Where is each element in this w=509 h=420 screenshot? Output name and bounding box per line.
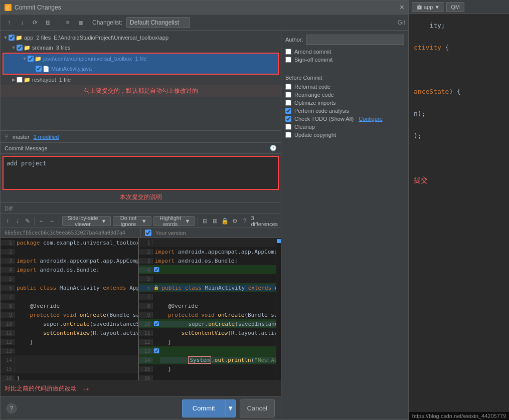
right-line-9: 9 protected void onCreate(Bundle savedIn… (139, 310, 276, 319)
check-todo-checkbox[interactable] (285, 116, 291, 122)
modified-badge[interactable]: 1 modified (34, 134, 59, 140)
viewer-dropdown[interactable]: Side-by-side viewer ▼ (62, 216, 111, 226)
optimize-imports-checkbox[interactable] (285, 100, 291, 106)
signoff-commit-row: Sign-off commit (285, 57, 404, 63)
commit-message-section: Commit Message 🕐 add project 本次提交的说明 (1, 143, 281, 203)
collapse-button[interactable]: ≡ (62, 17, 73, 28)
tree-label-mainactivity: MainActivity.java (51, 66, 92, 72)
amend-commit-checkbox[interactable] (285, 49, 291, 55)
signoff-commit-checkbox[interactable] (285, 57, 291, 63)
diff-down-button[interactable]: ↓ (14, 216, 22, 227)
perform-code-analysis-row: Perform code analysis (285, 108, 404, 114)
right-line-1: 1 (139, 238, 276, 247)
move-down-button[interactable]: ↓ (17, 17, 28, 28)
tree-annotation: 勾上要提交的，默认都是自动勾上修改过的 (1, 85, 281, 97)
right-line-13: 13 (139, 346, 276, 355)
right-line-6: 6 🔒 public class MainActivity extends Ap… (139, 283, 276, 292)
left-line-5: 5 (1, 274, 138, 283)
app-bar: 🤖 app ▼ QM (409, 0, 509, 14)
viewer-label: Side-by-side viewer (67, 215, 99, 227)
amend-commit-row: Amend commit (285, 49, 404, 55)
tree-item-app[interactable]: ▼ 📁 app 2 files E:\AndroidStudioProject\… (1, 33, 281, 43)
left-line-7: 7 (1, 292, 138, 301)
right-line4-checkbox[interactable] (154, 267, 159, 272)
diff-columns-button[interactable]: ⊟ (201, 216, 209, 227)
highlight-dropdown[interactable]: Highlight words ▼ (153, 216, 195, 226)
commit-button[interactable]: Commit (182, 399, 226, 417)
diff-help-button[interactable]: ? (241, 216, 249, 227)
expand-button[interactable]: ≣ (75, 17, 86, 28)
branch-icon: ⑂ (5, 133, 9, 140)
folder-icon-java: 📁 (35, 55, 42, 62)
diff-left-button[interactable]: ← (38, 216, 46, 227)
right-line-16: 16 (139, 373, 276, 380)
configure-link[interactable]: Configure (359, 116, 383, 122)
right-col-checkbox[interactable] (145, 230, 151, 236)
diff-sep1 (34, 217, 35, 225)
cancel-button[interactable]: Cancel (240, 399, 275, 417)
right-line10-checkbox[interactable] (154, 321, 159, 326)
right-deco-panel: ity; ctivity { anceState) { n); ); 提交 🤖 … (409, 0, 509, 420)
refresh-button[interactable]: ⟳ (30, 17, 41, 28)
checkbox-app[interactable] (9, 35, 15, 41)
diff-header: Diff (1, 203, 281, 214)
commit-message-textarea[interactable]: add project (3, 156, 279, 190)
diff-right-button[interactable]: → (48, 216, 56, 227)
tree-item-mainactivity[interactable]: 📄 MainActivity.java (4, 64, 278, 74)
left-line-3: 3import androidx.appcompat.app.AppCompat… (1, 256, 138, 265)
rearrange-code-label: Rearrange code (294, 92, 334, 98)
right-line-14: 14 System.out.println("New Add Project")… (139, 355, 276, 364)
checkbox-src[interactable] (17, 45, 23, 51)
reformat-code-checkbox[interactable] (285, 84, 291, 90)
highlight-label: Highlight words (158, 215, 183, 227)
diff-edit-button[interactable]: ✎ (24, 216, 32, 227)
checkbox-mainactivity[interactable] (36, 66, 42, 72)
ignore-dropdown[interactable]: Do not ignore ▼ (113, 216, 151, 226)
diff-lock-button[interactable]: 🔒 (221, 216, 229, 227)
optimize-imports-label: Optimize imports (294, 100, 336, 106)
cleanup-checkbox[interactable] (285, 124, 291, 130)
tree-item-res[interactable]: ▶ 📁 res\layout 1 file (1, 75, 281, 85)
deco-code-text: ity; ctivity { anceState) { n); ); 提交 (409, 0, 509, 217)
help-button[interactable]: ? (7, 403, 17, 413)
diff-settings-button[interactable]: ⚙ (231, 216, 239, 227)
author-label: Author: (285, 37, 303, 43)
qm-button[interactable]: QM (446, 2, 464, 12)
app-dropdown[interactable]: 🤖 app ▼ (412, 2, 444, 12)
tree-item-src[interactable]: ▼ 📁 src\main 3 files (1, 43, 281, 53)
more-button[interactable]: ⊞ (43, 17, 54, 28)
check-todo-label: Check TODO (Show All) (294, 116, 354, 122)
right-line13-checkbox[interactable] (154, 348, 159, 353)
checkbox-res[interactable] (17, 77, 23, 83)
rearrange-code-checkbox[interactable] (285, 92, 291, 98)
diff-content: 1package com.example.universal_toolbox; … (1, 238, 281, 380)
url-bar: https://blog.csdn.net/weixin_44205779 (409, 412, 509, 420)
right-line-8: 8 @Override (139, 301, 276, 310)
diff-columns-header: 66e5ecfb5cecb6c3c9eea6532027ba4a9a03d7a4… (1, 228, 281, 238)
right-version-label: Your version (155, 230, 186, 236)
diff-annotation-text: 对比之前的代码所做的改动 (5, 384, 77, 393)
changelist-dropdown[interactable]: Default Changelist (126, 17, 190, 28)
checkbox-java[interactable] (28, 56, 34, 62)
update-copyright-checkbox[interactable] (285, 132, 291, 138)
bottom-bar: Commit ▼ Cancel (1, 396, 281, 419)
diff-split-button[interactable]: ⊞ (211, 216, 219, 227)
perform-code-analysis-checkbox[interactable] (285, 108, 291, 114)
commit-arrow-button[interactable]: ▼ (226, 399, 236, 417)
move-up-button[interactable]: ↑ (4, 17, 15, 28)
tree-label-src: src\main 3 files (32, 45, 70, 51)
tree-item-java[interactable]: ▼ 📁 java\com\example\universal_toolbox 1… (4, 54, 278, 64)
left-line-9: 9 protected void onCreate(Bundle savedIn… (1, 310, 138, 319)
left-line-6: 6public class MainActivity extends AppCo… (1, 283, 138, 292)
diff-right-side: 1 2import androidx.appcompat.app.AppComp… (139, 238, 276, 380)
app-arrow-icon: ▼ (434, 4, 440, 10)
diff-up-button[interactable]: ↑ (4, 216, 12, 227)
left-line-13: 13 (1, 346, 138, 355)
left-line-2: 2 (1, 247, 138, 256)
close-button[interactable]: × (400, 3, 404, 12)
diff-sep2 (59, 217, 59, 225)
author-input[interactable] (306, 35, 404, 45)
right-line-7: 7 (139, 292, 276, 301)
diff-viewer[interactable]: 66e5ecfb5cecb6c3c9eea6532027ba4a9a03d7a4… (1, 228, 281, 396)
left-line-1: 1package com.example.universal_toolbox; (1, 238, 138, 247)
